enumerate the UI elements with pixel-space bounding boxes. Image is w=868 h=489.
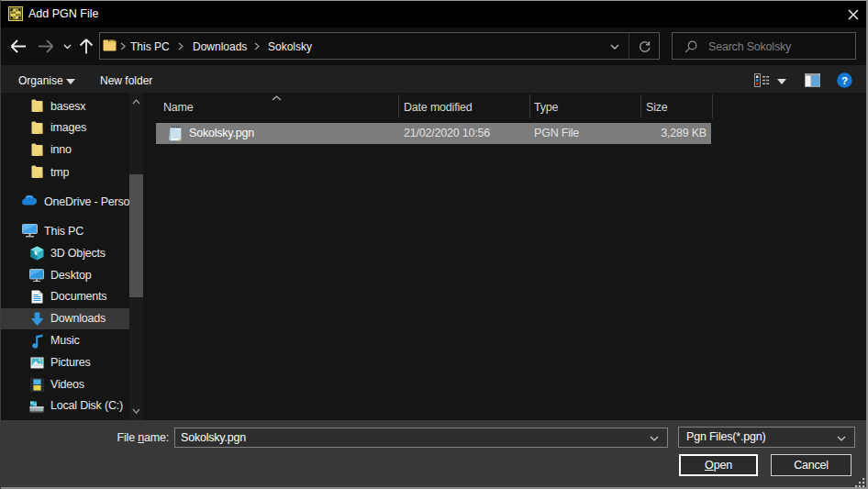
svg-text:?: ? (841, 75, 848, 86)
